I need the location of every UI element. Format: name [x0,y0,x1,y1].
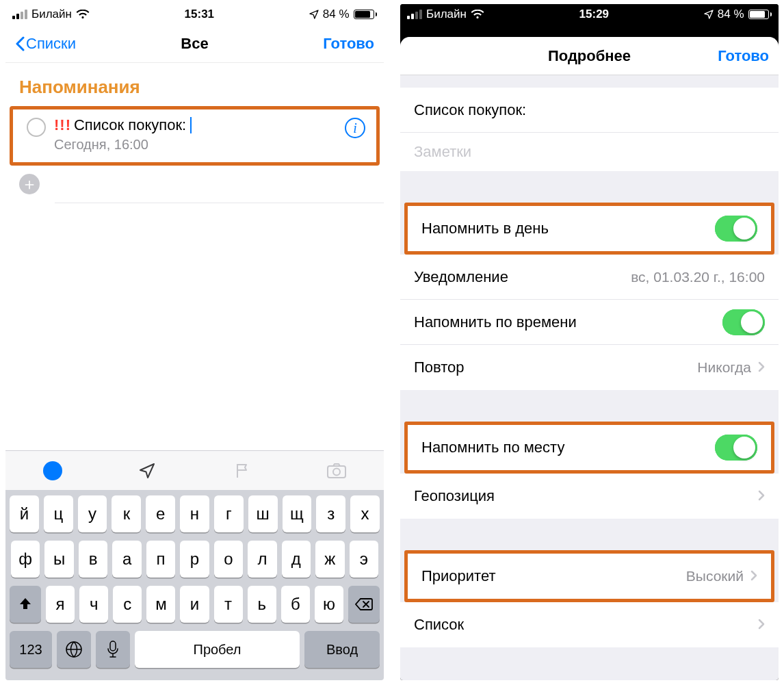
location-row[interactable]: Геопозиция [400,474,779,519]
signal-icon [12,10,27,19]
notes-input[interactable] [414,143,765,161]
done-button[interactable]: Готово [718,47,769,65]
flag-icon [233,461,252,480]
key-х[interactable]: х [350,495,380,532]
info-button[interactable]: i [345,118,365,138]
toolbar-flag-button[interactable] [228,457,256,484]
key-о[interactable]: о [214,541,243,578]
key-п[interactable]: п [146,541,175,578]
list-row[interactable]: Список [400,602,779,647]
reminder-title-text: Список покупок: [414,101,526,119]
key-я[interactable]: я [46,586,75,623]
text-cursor [190,117,192,133]
key-к[interactable]: к [112,495,141,532]
alert-row[interactable]: Уведомление вс, 01.03.20 г., 16:00 [400,255,779,300]
wifi-icon [76,10,90,19]
key-н[interactable]: н [180,495,209,532]
return-key[interactable]: Ввод [304,631,380,668]
repeat-label: Повтор [414,359,465,376]
toolbar-location-button[interactable] [133,457,161,484]
keyboard-row-1: йцукенгшщзх [10,495,380,532]
key-ь[interactable]: ь [248,586,276,623]
shift-key[interactable] [10,586,41,623]
camera-icon [326,463,347,479]
remind-at-location-label: Напомнить по месту [421,439,564,456]
remind-at-time-row[interactable]: Напомнить по времени [400,300,779,345]
key-г[interactable]: г [214,495,244,532]
reminder-row[interactable]: !!! Список покупок: Сегодня, 16:00 i [13,109,376,162]
key-и[interactable]: и [180,586,209,623]
group-location: Геопозиция [400,474,779,519]
battery-icon [354,10,378,19]
status-bar: Билайн 15:29 84 % [400,4,779,25]
key-т[interactable]: т [214,586,243,623]
signal-icon [407,10,422,19]
key-ш[interactable]: ш [248,495,278,532]
plus-icon[interactable]: ＋ [19,174,40,194]
key-ц[interactable]: ц [44,495,73,532]
location-arrow-icon [138,461,157,480]
key-д[interactable]: д [282,541,311,578]
key-р[interactable]: р [180,541,209,578]
highlight-remind-day: Напомнить в день [404,203,774,255]
key-б[interactable]: б [281,586,310,623]
repeat-row[interactable]: Повтор Никогда [400,345,779,390]
key-с[interactable]: с [113,586,142,623]
key-ы[interactable]: ы [44,541,73,578]
reminder-title-field[interactable]: Список покупок: [400,88,779,133]
back-button[interactable]: Списки [15,35,76,53]
add-reminder-row[interactable]: ＋ [5,166,384,203]
separator [55,203,384,203]
remind-at-location-row[interactable]: Напомнить по месту [408,425,771,470]
toolbar-time-button[interactable] [39,457,66,484]
svg-rect-3 [110,641,116,651]
remind-at-location-switch[interactable] [715,435,757,461]
key-ф[interactable]: ф [11,541,40,578]
repeat-value: Никогда [697,359,751,376]
battery-percent: 84 % [323,8,350,21]
toolbar-camera-button[interactable] [323,457,350,484]
carrier-label: Билайн [31,8,72,21]
backspace-key[interactable] [348,586,380,623]
key-у[interactable]: у [78,495,107,532]
nav-bar: Списки Все Готово [5,25,384,63]
key-ю[interactable]: ю [315,586,343,623]
space-key[interactable]: Пробел [135,631,300,668]
done-button[interactable]: Готово [323,35,374,53]
key-л[interactable]: л [248,541,276,578]
location-icon [309,10,319,19]
complete-radio[interactable] [27,118,46,137]
dictation-key[interactable] [96,631,130,668]
alert-label: Уведомление [414,268,508,286]
chevron-right-icon [750,567,757,585]
key-э[interactable]: э [350,541,378,578]
carrier-label: Билайн [426,8,467,21]
globe-key[interactable] [57,631,91,668]
phone-left: Билайн 15:31 84 % Списки Все Готово Напо… [5,4,384,680]
numbers-key[interactable]: 123 [10,631,52,668]
key-щ[interactable]: щ [283,495,312,532]
key-м[interactable]: м [146,586,175,623]
key-в[interactable]: в [79,541,107,578]
keyboard[interactable]: йцукенгшщзх фывапролджэ ячсмитьбю 123 Пр… [5,490,384,680]
remind-on-day-row[interactable]: Напомнить в день [408,206,771,251]
key-й[interactable]: й [10,495,39,532]
priority-label: Приоритет [421,567,496,585]
remind-on-day-switch[interactable] [715,216,757,242]
keyboard-row-3: ячсмитьбю [10,586,380,623]
reminder-title[interactable]: Список покупок: [74,116,186,134]
key-ж[interactable]: ж [315,541,344,578]
key-е[interactable]: е [146,495,175,532]
priority-row[interactable]: Приоритет Высокий [408,554,771,599]
key-ч[interactable]: ч [79,586,108,623]
key-а[interactable]: а [112,541,141,578]
highlight-remind-location: Напомнить по месту [404,422,774,474]
notes-field[interactable] [400,133,779,171]
battery-icon [748,10,772,19]
remind-at-time-switch[interactable] [722,309,765,335]
key-з[interactable]: з [316,495,345,532]
list-label: Список [414,616,464,634]
svg-point-1 [333,468,340,475]
sheet-nav-bar: Подробнее Готово [400,37,779,75]
remind-on-day-label: Напомнить в день [421,220,549,237]
